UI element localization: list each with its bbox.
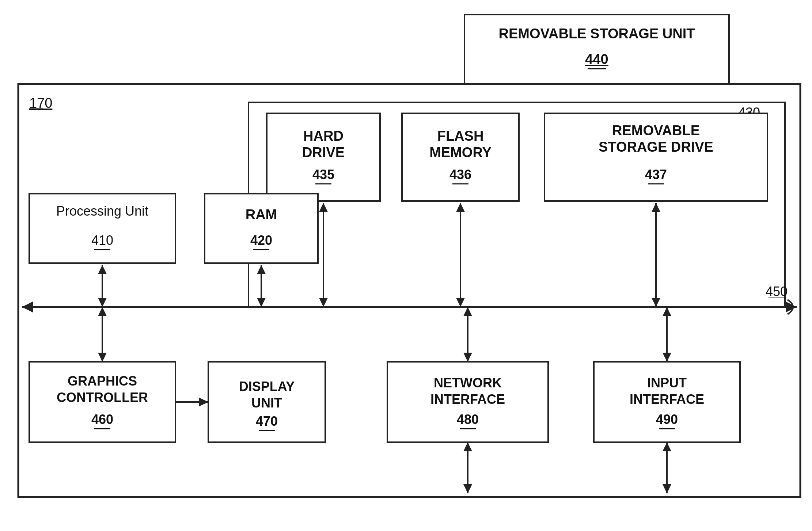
- input-interface-label: INPUT: [647, 375, 687, 390]
- ram-number: 420: [250, 233, 272, 248]
- graphics-controller-number: 460: [91, 412, 113, 427]
- flash-memory-number: 436: [449, 167, 471, 182]
- flash-memory-label: FLASH: [437, 128, 484, 144]
- removable-storage-drive-label2: STORAGE DRIVE: [599, 139, 713, 155]
- network-interface-label2: INTERFACE: [430, 392, 505, 407]
- hard-drive-number: 435: [312, 167, 334, 182]
- removable-storage-unit-number: 440: [585, 52, 608, 67]
- graphics-controller-label: GRAPHICS: [68, 373, 137, 388]
- graphics-controller-label2: CONTROLLER: [57, 390, 148, 405]
- input-interface-label2: INTERFACE: [630, 392, 704, 407]
- removable-storage-drive-label: REMOVABLE: [612, 123, 700, 138]
- hard-drive-label2: DRIVE: [302, 145, 345, 160]
- removable-storage-unit-label: REMOVABLE STORAGE UNIT: [499, 26, 695, 41]
- input-interface-number: 490: [656, 412, 678, 427]
- diagram-container: REMOVABLE STORAGE UNIT 440 170 430 HARD …: [0, 0, 812, 531]
- ram-box: [205, 194, 318, 263]
- network-interface-number: 480: [457, 412, 479, 427]
- removable-storage-unit-box: [464, 15, 729, 88]
- network-interface-label: NETWORK: [434, 375, 502, 390]
- display-unit-label2: UNIT: [251, 395, 282, 410]
- display-unit-number: 470: [256, 414, 278, 429]
- hard-drive-label: HARD: [303, 128, 344, 144]
- removable-storage-drive-number: 437: [645, 167, 667, 182]
- flash-memory-label2: MEMORY: [429, 145, 492, 160]
- processing-unit-number: 410: [91, 233, 113, 248]
- display-unit-label: DISPLAY: [239, 379, 295, 394]
- bus-label: 450: [766, 284, 788, 299]
- processing-unit-label: Processing Unit: [56, 204, 148, 219]
- ram-label: RAM: [246, 207, 277, 222]
